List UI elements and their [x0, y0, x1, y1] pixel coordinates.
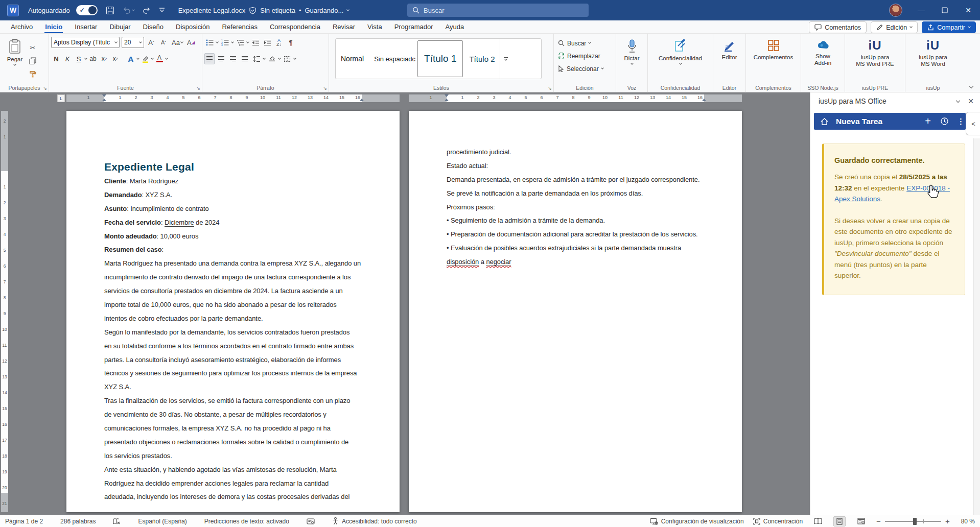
bullet-list-chevron[interactable]: [216, 40, 219, 43]
style-no-spacing[interactable]: Sin espaciadc: [369, 39, 416, 79]
first-line-indent-marker[interactable]: [102, 94, 106, 97]
font-color-chevron[interactable]: [165, 57, 168, 60]
text-effects-chevron[interactable]: [136, 57, 139, 60]
underline-options-chevron[interactable]: [84, 57, 87, 60]
line-spacing-button[interactable]: [251, 53, 262, 64]
borders-chevron[interactable]: [293, 57, 296, 60]
home-icon[interactable]: [820, 117, 829, 126]
align-center-button[interactable]: [216, 53, 226, 64]
zoom-in-button[interactable]: +: [945, 517, 950, 525]
format-painter-button[interactable]: [28, 68, 38, 80]
style-heading1-selected[interactable]: Título 1: [417, 40, 463, 77]
focus-mode-button[interactable]: Concentración: [753, 518, 803, 525]
subscript-button[interactable]: x2: [99, 53, 109, 64]
collapse-ribbon-chevron[interactable]: [969, 84, 973, 88]
web-layout-view-button[interactable]: [855, 516, 867, 526]
close-button[interactable]: ✕: [956, 0, 980, 20]
strikethrough-button[interactable]: ab: [88, 53, 98, 64]
right-indent-marker[interactable]: [360, 99, 364, 101]
addins-button[interactable]: Complementos: [748, 37, 799, 82]
panel-close-icon[interactable]: ✕: [968, 97, 974, 105]
superscript-button[interactable]: x2: [110, 53, 121, 64]
replace-button[interactable]: Reemplazar: [556, 50, 614, 62]
numbered-list-chevron[interactable]: [231, 40, 234, 43]
zoom-slider-thumb[interactable]: [913, 518, 917, 525]
multilevel-list-chevron[interactable]: [246, 40, 249, 43]
maximize-button[interactable]: [933, 0, 956, 20]
editing-mode-button[interactable]: Edición: [871, 21, 918, 33]
dictate-button[interactable]: Dictar: [618, 37, 645, 82]
pilcrow-button[interactable]: ¶: [286, 37, 296, 48]
document-title[interactable]: Expediente Legal.docx: [178, 7, 246, 14]
ribbon-tab-correspondencia[interactable]: Correspondencia: [264, 21, 326, 33]
underline-button[interactable]: S: [74, 53, 84, 64]
borders-button[interactable]: [282, 53, 292, 64]
text-effects-button[interactable]: A: [126, 53, 136, 64]
share-button[interactable]: Compartir: [922, 21, 976, 33]
align-right-button[interactable]: [228, 53, 238, 64]
horizontal-ruler-page2[interactable]: 112345678910111213141516: [409, 94, 742, 102]
editor-button[interactable]: Editor: [715, 37, 743, 82]
new-task-plus-icon[interactable]: +: [925, 115, 931, 127]
panel-collapse-tab[interactable]: <: [966, 112, 980, 135]
horizontal-ruler-page1[interactable]: 112345678910111213141516: [66, 94, 400, 102]
panel-chevron-down-icon[interactable]: [956, 98, 960, 102]
read-mode-view-button[interactable]: [812, 516, 824, 526]
search-input[interactable]: Buscar: [407, 4, 589, 17]
justify-button[interactable]: [240, 53, 250, 64]
decrease-indent-button[interactable]: [250, 37, 261, 48]
toolbar-more-button[interactable]: [159, 8, 165, 13]
text-predictions-icon[interactable]: [307, 518, 315, 525]
highlight-chevron[interactable]: [151, 57, 154, 60]
styles-dialog-launcher[interactable]: ↘: [548, 86, 552, 91]
italic-button[interactable]: K: [62, 53, 73, 64]
hanging-indent-marker[interactable]: [102, 99, 106, 101]
cut-button[interactable]: ✂: [28, 42, 38, 53]
chevron-down-icon[interactable]: [347, 8, 350, 11]
font-size-select[interactable]: 20: [122, 37, 144, 48]
iusup-pre-button[interactable]: iU iusUp paraMS Word PRE: [847, 37, 903, 82]
clear-format-button[interactable]: A◢: [186, 37, 196, 48]
print-layout-view-button[interactable]: [833, 516, 846, 526]
vertical-ruler[interactable]: 21123456789101112131415161718192021: [1, 111, 8, 512]
ribbon-tab-programador[interactable]: Programador: [389, 21, 439, 33]
align-left-button[interactable]: [204, 53, 215, 64]
numbered-list-button[interactable]: 123: [220, 37, 230, 48]
highlight-button[interactable]: [140, 53, 150, 64]
ribbon-tab-diseño[interactable]: Diseño: [137, 21, 169, 33]
user-avatar[interactable]: [889, 4, 902, 17]
iusup-button[interactable]: iU iusUp paraMS Word: [907, 37, 959, 82]
bullet-list-button[interactable]: [204, 37, 215, 48]
ribbon-tab-revisar[interactable]: Revisar: [327, 21, 361, 33]
word-count[interactable]: 286 palabras: [60, 518, 96, 525]
page-indicator[interactable]: Página 1 de 2: [5, 518, 43, 525]
ribbon-tab-insertar[interactable]: Insertar: [69, 21, 103, 33]
paragraph-dialog-launcher[interactable]: ↘: [323, 86, 327, 91]
grow-font-button[interactable]: Aˆ: [146, 37, 156, 48]
proofing-errors-icon[interactable]: [113, 518, 121, 525]
style-normal[interactable]: Normal: [336, 39, 369, 79]
comments-button[interactable]: Comentarios: [809, 21, 867, 33]
clipboard-dialog-launcher[interactable]: ↘: [43, 86, 47, 91]
sensitivity-label[interactable]: Sin etiqueta: [260, 7, 295, 14]
zoom-slider[interactable]: − +: [876, 517, 950, 525]
language-indicator[interactable]: Español (España): [138, 518, 186, 525]
confidentiality-button[interactable]: Confidencialidad: [650, 37, 711, 82]
autosave-toggle[interactable]: ✓: [76, 5, 98, 15]
accessibility-status[interactable]: Accesibilidad: todo correcto: [332, 517, 417, 525]
hanging-indent-marker[interactable]: [445, 99, 449, 101]
copy-button[interactable]: [28, 55, 38, 66]
font-dialog-launcher[interactable]: ↘: [196, 86, 200, 91]
line-spacing-chevron[interactable]: [263, 57, 266, 60]
document-page-1[interactable]: Expediente Legal Cliente: Marta Rodrígue…: [66, 111, 400, 512]
display-settings-button[interactable]: Configuración de visualización: [650, 518, 744, 525]
ribbon-tab-referencias[interactable]: Referencias: [217, 21, 263, 33]
style-heading2[interactable]: Título 2: [464, 39, 500, 79]
minimize-button[interactable]: —: [909, 0, 933, 20]
font-color-button[interactable]: A: [154, 53, 165, 64]
multilevel-list-button[interactable]: [235, 37, 245, 48]
zoom-out-button[interactable]: −: [876, 517, 881, 525]
more-menu-dots-icon[interactable]: ⋮: [957, 117, 965, 126]
save-icon[interactable]: [106, 6, 114, 15]
ribbon-tab-ayuda[interactable]: Ayuda: [440, 21, 470, 33]
